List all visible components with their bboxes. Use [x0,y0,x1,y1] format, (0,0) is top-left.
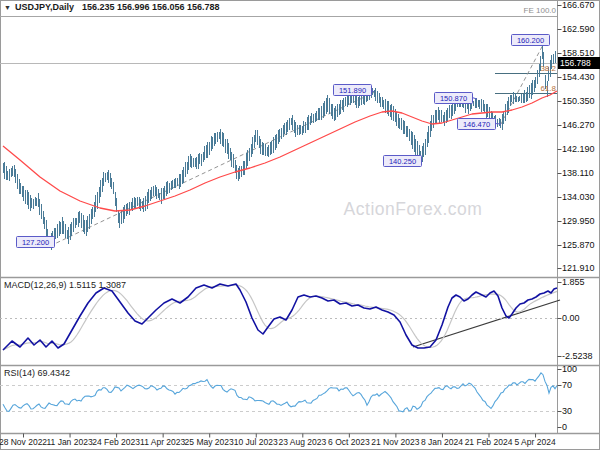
ohlc-values: 156.235 156.996 156.056 156.788 [82,2,220,12]
watermark: ActionForex.com [344,199,483,220]
fib-expansion-label: FE 100.0 [524,6,556,15]
date-axis[interactable]: 28 Nov 202211 Jan 202324 Feb 202311 Apr … [0,434,600,450]
date-label: 28 Nov 2022 [0,437,47,447]
moving-average-line [3,91,557,211]
rsi-axis[interactable]: 10070300 [560,0,600,450]
chart-canvas[interactable]: 127.200151.890140.250150.870146.470160.2… [0,0,600,450]
collapse-icon[interactable]: ▼ [4,4,11,11]
date-label: 25 May 2023 [185,437,234,447]
rsi-axis-tick: 30 [562,406,572,416]
date-label: 5 Apr 2024 [514,437,555,447]
rsi-axis-tick: 70 [562,380,572,390]
rsi-axis-tick: 100 [562,364,577,374]
trendlines[interactable] [50,43,560,347]
price-label-127.200[interactable]: 127.200 [17,237,55,248]
svg-text:140.250: 140.250 [389,157,416,166]
date-label: 10 Jul 2023 [234,437,278,447]
svg-text:160.200: 160.200 [517,36,544,45]
date-label: 11 Apr 2023 [140,437,185,447]
ohlc-header: ▼USDJPY,Daily156.235 156.996 156.056 156… [4,2,220,12]
date-label: 6 Oct 2023 [328,437,370,447]
macd-indicator-title: MACD(12,26,9) 1.5115 1.3087 [4,280,126,290]
macd-line [3,284,557,350]
rsi-indicator-title: RSI(14) 69.4342 [4,368,70,378]
svg-text:127.200: 127.200 [22,238,49,247]
price-label-150.870[interactable]: 150.870 [435,93,478,104]
date-label: 24 Feb 2023 [92,437,140,447]
price-label-140.250[interactable]: 140.250 [384,156,423,167]
svg-text:151.890: 151.890 [339,86,366,95]
date-label: 21 Feb 2024 [465,437,513,447]
svg-text:150.870: 150.870 [440,94,467,103]
reference-lines [0,17,557,94]
date-label: 8 Jan 2024 [421,437,463,447]
svg-text:146.470: 146.470 [463,120,490,129]
date-label: 21 Nov 2023 [371,437,419,447]
symbol-timeframe-label: USDJPY,Daily [15,2,74,12]
price-label-146.470[interactable]: 146.470 [458,119,502,130]
date-label: 11 Jan 2023 [46,437,92,447]
fib-618-label: 61.8 [540,84,556,93]
price-label-151.890[interactable]: 151.890 [334,85,375,96]
chart-window: 127.200151.890140.250150.870146.470160.2… [0,0,600,450]
rsi-line [3,373,557,412]
rsi-axis-tick: 0 [562,422,567,432]
date-label: 23 Aug 2023 [278,437,326,447]
price-label-160.200[interactable]: 160.200 [512,35,550,46]
fib-382-label: 38.2 [540,64,556,73]
